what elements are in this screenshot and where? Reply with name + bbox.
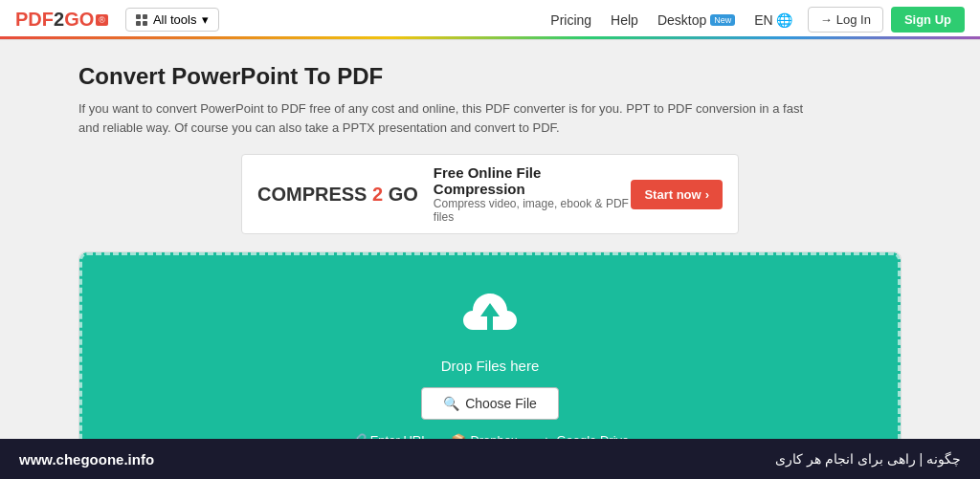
nav-pricing[interactable]: Pricing [550,12,591,28]
new-badge: New [710,14,735,26]
language-selector[interactable]: EN 🌐 [754,12,791,28]
signup-button[interactable]: Sign Up [891,7,965,33]
footer-tagline: چگونه | راهی برای انجام هر کاری [775,451,961,467]
all-tools-label: All tools [153,12,197,27]
ad-text: Free Online File Compression Compress vi… [434,164,632,224]
header-nav: Pricing Help Desktop New [550,12,735,28]
footer-url: www.chegoone.info [19,451,154,468]
ad-start-button[interactable]: Start now › [631,180,723,209]
main-content: Convert PowerPoint To PDF If you want to… [59,40,921,479]
search-icon: 🔍 [443,396,459,411]
login-button[interactable]: → Log In [808,7,883,33]
logo-badge: ® [96,14,108,26]
page-description: If you want to convert PowerPoint to PDF… [78,99,825,137]
logo-text: PDF2GO [15,9,94,31]
login-icon: → [820,12,833,27]
nav-desktop[interactable]: Desktop New [657,12,735,28]
nav-help[interactable]: Help [611,12,638,28]
grid-icon [136,14,147,26]
ad-banner: COMPRESS 2 GO Free Online File Compressi… [241,154,739,234]
ad-logo: COMPRESS 2 GO [257,184,418,206]
arrow-right-icon: › [705,187,709,202]
page-title: Convert PowerPoint To PDF [78,63,902,90]
footer-bar: www.chegoone.info چگونه | راهی برای انجا… [0,439,980,479]
ad-title: Free Online File Compression [434,164,632,197]
ad-subtitle: Compress video, image, ebook & PDF files [434,197,632,224]
upload-icon [459,284,521,348]
all-tools-button[interactable]: All tools ▾ [125,8,220,32]
logo: PDF2GO ® [15,9,108,31]
globe-icon: 🌐 [776,12,792,28]
choose-file-button[interactable]: 🔍 Choose File [421,387,559,420]
drop-files-text: Drop Files here [441,358,540,374]
header: PDF2GO ® All tools ▾ Pricing Help Deskto… [0,0,980,40]
chevron-down-icon: ▾ [202,12,209,27]
